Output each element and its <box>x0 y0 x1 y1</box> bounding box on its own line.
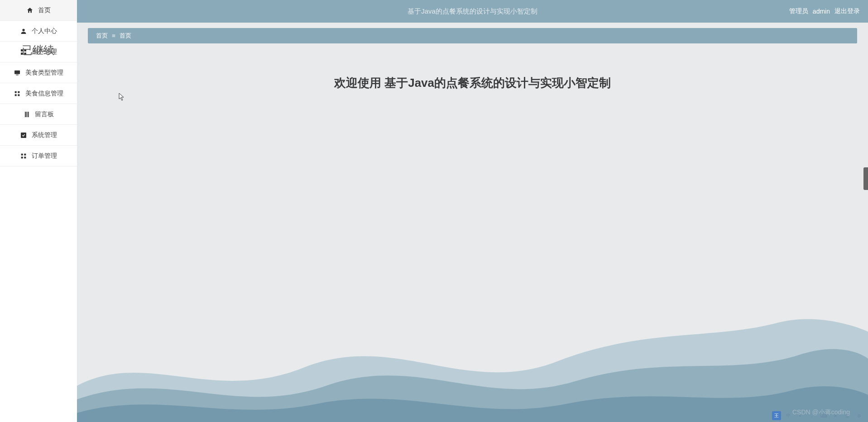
svg-point-0 <box>22 28 24 31</box>
tray-icon[interactable]: • <box>796 411 805 420</box>
svg-rect-6 <box>16 75 18 75</box>
sidebar-item-user-manage[interactable]: 用户管理 <box>0 42 77 62</box>
logout-link[interactable]: 退出登录 <box>834 7 860 15</box>
tray-icon[interactable]: ⌨ <box>819 411 828 420</box>
header-title: 基于Java的点餐系统的设计与实现小智定制 <box>408 7 537 16</box>
sidebar-item-home[interactable]: 首页 <box>0 0 77 21</box>
tray-icon[interactable]: ， <box>807 411 816 420</box>
grid-icon <box>20 48 27 56</box>
sidebar-item-label: 用户管理 <box>32 48 57 56</box>
sidebar-item-food-type[interactable]: 美食类型管理 <box>0 62 77 83</box>
sidebar-item-label: 订单管理 <box>32 152 57 160</box>
svg-rect-18 <box>24 156 26 158</box>
svg-rect-13 <box>28 112 29 117</box>
username[interactable]: admin <box>813 8 830 15</box>
tray-icon[interactable]: ✕ <box>831 411 840 420</box>
sidebar-item-order-manage[interactable]: 订单管理 <box>0 146 77 166</box>
svg-rect-7 <box>15 91 17 93</box>
taskbar-tray: 王 中 • ， ⌨ ✕ ☰ ⚙ <box>772 411 863 420</box>
breadcrumb-current: 首页 <box>120 32 131 40</box>
svg-rect-5 <box>14 70 20 74</box>
apps-icon <box>14 90 21 97</box>
tray-icon[interactable]: ☰ <box>843 411 852 420</box>
sidebar: 首页 个人中心 用户管理 美食类型管理 美食信息管理 <box>0 0 77 422</box>
side-drawer-handle[interactable] <box>863 167 868 190</box>
sidebar-item-label: 系统管理 <box>32 131 57 139</box>
tray-icon[interactable]: ⚙ <box>854 411 863 420</box>
sidebar-item-label: 美食信息管理 <box>25 90 63 98</box>
svg-rect-2 <box>24 49 26 52</box>
svg-rect-14 <box>21 133 26 138</box>
svg-rect-3 <box>21 52 23 55</box>
sidebar-item-food-info[interactable]: 美食信息管理 <box>0 83 77 104</box>
svg-rect-10 <box>18 94 19 96</box>
breadcrumb-root[interactable]: 首页 <box>96 32 108 40</box>
sidebar-item-message-board[interactable]: 留言板 <box>0 104 77 125</box>
svg-rect-8 <box>18 91 19 93</box>
svg-rect-17 <box>21 156 23 158</box>
main-area: 基于Java的点餐系统的设计与实现小智定制 管理员 admin 退出登录 首页 … <box>77 0 868 422</box>
svg-rect-16 <box>24 153 26 155</box>
sidebar-item-label: 留言板 <box>35 110 54 119</box>
person-icon <box>20 28 27 35</box>
sidebar-item-profile[interactable]: 个人中心 <box>0 21 77 42</box>
bookmark-icon <box>23 111 30 118</box>
svg-rect-4 <box>24 52 26 55</box>
svg-rect-1 <box>21 49 23 52</box>
top-header: 基于Java的点餐系统的设计与实现小智定制 管理员 admin 退出登录 <box>77 0 868 23</box>
check-icon <box>20 132 27 139</box>
welcome-heading: 欢迎使用 基于Java的点餐系统的设计与实现小智定制 <box>88 75 857 91</box>
svg-rect-15 <box>21 153 23 155</box>
svg-rect-12 <box>26 112 27 117</box>
breadcrumb-separator-icon <box>111 33 116 38</box>
content-wrap: 首页 首页 欢迎使用 基于Java的点餐系统的设计与实现小智定制 <box>77 23 868 422</box>
svg-rect-9 <box>15 94 17 96</box>
tray-icon[interactable]: 中 <box>784 411 793 420</box>
home-icon <box>26 7 34 14</box>
svg-rect-11 <box>25 112 26 117</box>
sidebar-item-label: 首页 <box>38 6 51 14</box>
page-content: 欢迎使用 基于Java的点餐系统的设计与实现小智定制 <box>88 43 857 91</box>
header-right: 管理员 admin 退出登录 <box>789 7 860 15</box>
sidebar-item-label: 美食类型管理 <box>25 69 63 77</box>
sidebar-item-label: 个人中心 <box>32 27 57 35</box>
tray-icon[interactable]: 王 <box>772 411 781 420</box>
grid2-icon <box>20 152 27 160</box>
user-role: 管理员 <box>789 7 808 15</box>
breadcrumb: 首页 首页 <box>88 28 857 43</box>
monitor-icon <box>14 69 21 76</box>
sidebar-item-system-manage[interactable]: 系统管理 <box>0 125 77 146</box>
